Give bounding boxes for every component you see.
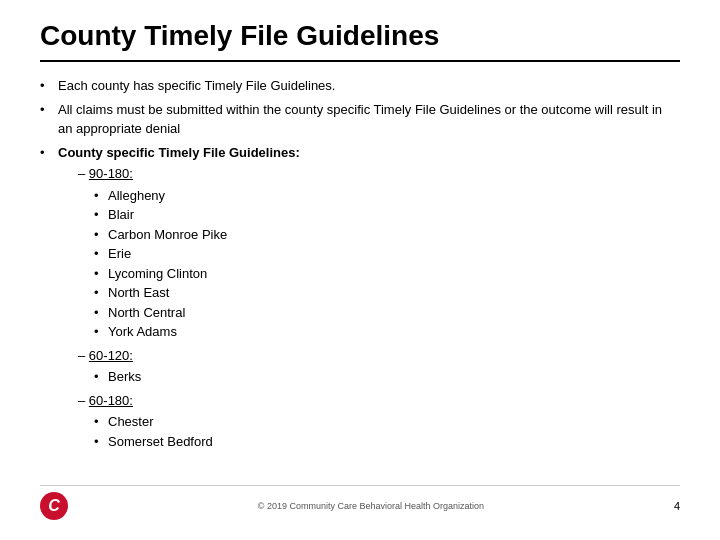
bullet-dot-3: • (40, 143, 58, 163)
dash-list: – 90-180: • Allegheny • Blair (58, 164, 680, 451)
county-guidelines-title: County specific Timely File Guidelines: (58, 145, 300, 160)
footer-copyright: © 2019 Community Care Behavioral Health … (258, 501, 484, 511)
sub-item-blair: • Blair (94, 205, 680, 225)
bullet-dot-2: • (40, 100, 58, 120)
dash-prefix-1: – (78, 166, 89, 181)
bullet-dot-1: • (40, 76, 58, 96)
page-title: County Timely File Guidelines (40, 20, 680, 62)
sub-item-carbon: • Carbon Monroe Pike (94, 225, 680, 245)
dash-prefix-3: – (78, 393, 89, 408)
top-bullet-list: • Each county has specific Timely File G… (40, 76, 680, 455)
sub-item-north-central: • North Central (94, 303, 680, 323)
range-label-3: 60-180: (89, 393, 133, 408)
sub-item-allegheny: • Allegheny (94, 186, 680, 206)
range-label-1: 90-180: (89, 166, 133, 181)
bullet-text-3: County specific Timely File Guidelines: … (58, 143, 680, 456)
dash-item-60-120: – 60-120: • Berks (78, 346, 680, 387)
sub-item-york-adams: • York Adams (94, 322, 680, 342)
bullet-item-2: • All claims must be submitted within th… (40, 100, 680, 139)
dash-prefix-2: – (78, 348, 89, 363)
sub-item-north-east: • North East (94, 283, 680, 303)
footer-logo: C (40, 492, 68, 520)
sub-item-chester: • Chester (94, 412, 680, 432)
footer: C © 2019 Community Care Behavioral Healt… (40, 485, 680, 520)
bullet-item-1: • Each county has specific Timely File G… (40, 76, 680, 96)
sub-item-berks: • Berks (94, 367, 680, 387)
sub-item-somerset: • Somerset Bedford (94, 432, 680, 452)
sub-item-lycoming: • Lycoming Clinton (94, 264, 680, 284)
sub-list-90-180: • Allegheny • Blair • Carbon Monroe Pike (78, 186, 680, 342)
sub-item-erie: • Erie (94, 244, 680, 264)
dash-item-60-180: – 60-180: • Chester • Somerset Bedford (78, 391, 680, 452)
bullet-text-2: All claims must be submitted within the … (58, 100, 680, 139)
sub-list-60-120: • Berks (78, 367, 680, 387)
page-container: County Timely File Guidelines • Each cou… (0, 0, 720, 540)
bullet-text-1: Each county has specific Timely File Gui… (58, 76, 680, 96)
bullet-item-3: • County specific Timely File Guidelines… (40, 143, 680, 456)
range-label-2: 60-120: (89, 348, 133, 363)
dash-item-90-180: – 90-180: • Allegheny • Blair (78, 164, 680, 342)
content-area: • Each county has specific Timely File G… (40, 76, 680, 485)
footer-page-number: 4 (674, 500, 680, 512)
sub-list-60-180: • Chester • Somerset Bedford (78, 412, 680, 451)
